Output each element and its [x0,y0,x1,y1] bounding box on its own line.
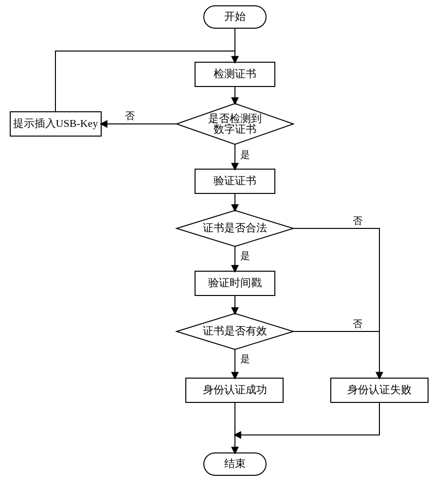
end-label: 结束 [224,457,246,469]
verify-cert-label: 验证证书 [214,174,256,187]
label-no-3: 否 [353,318,362,329]
auth-fail-label: 身份认证失败 [347,383,412,396]
detect-cert-label: 检测证书 [214,68,256,80]
start-label: 开始 [224,10,246,22]
detected-l2-label: 数字证书 [214,123,256,135]
label-no-1: 否 [125,110,135,121]
verify-timestamp-label: 验证时间戳 [208,277,262,289]
flowchart-diagram: 开始 结束 检测证书 提示插入USB-Key 验证证书 验证时间戳 身份认证成功… [0,0,448,486]
cert-valid-label: 证书是否有效 [203,325,267,337]
prompt-usb-label: 提示插入USB-Key [13,117,98,129]
label-yes-1: 是 [240,149,250,160]
cert-legal-label: 证书是否合法 [203,222,267,234]
arrow-fail-merge [235,402,379,435]
arrow-legal-no-fail [293,228,379,378]
label-no-2: 否 [353,215,362,226]
auth-success-label: 身份认证成功 [203,383,267,396]
label-yes-3: 是 [240,353,250,364]
label-yes-2: 是 [240,250,250,261]
